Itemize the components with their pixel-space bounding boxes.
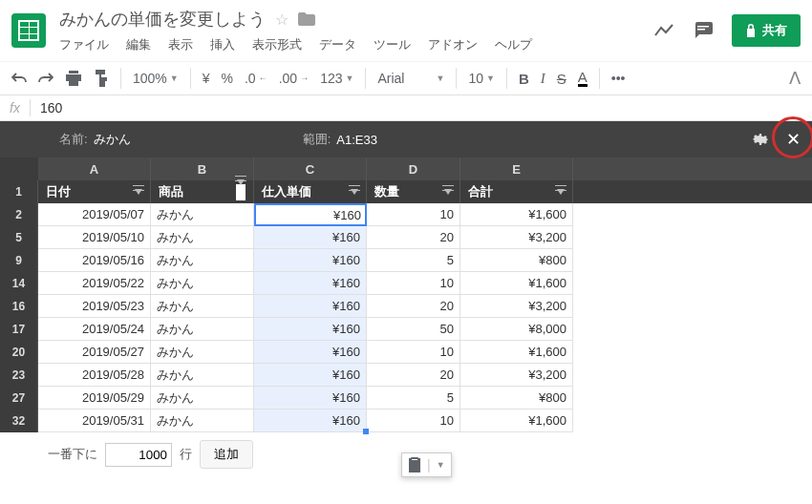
cell-price[interactable]: ¥160	[254, 364, 367, 387]
cell-date[interactable]: 2019/05/16	[38, 249, 151, 272]
menu-addons[interactable]: アドオン	[428, 36, 478, 53]
cell-item[interactable]: みかん	[151, 295, 254, 318]
row-header[interactable]: 23	[0, 364, 38, 387]
cell-total[interactable]: ¥1,600	[460, 203, 573, 226]
row-header[interactable]: 1	[0, 180, 38, 203]
row-header[interactable]: 14	[0, 272, 38, 295]
comments-icon[interactable]	[694, 22, 713, 39]
cell-item[interactable]: みかん	[151, 364, 254, 387]
filter-range[interactable]: A1:E33	[336, 133, 377, 147]
cell-date[interactable]: 2019/05/29	[38, 387, 151, 410]
doc-title[interactable]: みかんの単価を変更しよう	[59, 8, 266, 31]
header-0[interactable]: 日付	[38, 180, 151, 203]
cell-price[interactable]: ¥160	[254, 295, 367, 318]
cell-price[interactable]: ¥160	[254, 203, 367, 226]
menu-view[interactable]: 表示	[168, 36, 193, 53]
add-rows-input[interactable]	[105, 443, 172, 467]
cell-total[interactable]: ¥3,200	[460, 226, 573, 249]
header-3[interactable]: 数量	[367, 180, 460, 203]
dec-decrease[interactable]: .0←	[245, 71, 267, 86]
header-2[interactable]: 仕入単価	[254, 180, 367, 203]
row-header[interactable]: 5	[0, 226, 38, 249]
row-header[interactable]: 32	[0, 410, 38, 432]
font-select[interactable]: Arial ▼	[377, 71, 444, 86]
cell-qty[interactable]: 20	[367, 295, 460, 318]
row-header[interactable]: 16	[0, 295, 38, 318]
menu-insert[interactable]: 挿入	[210, 36, 235, 53]
cell-date[interactable]: 2019/05/10	[38, 226, 151, 249]
menu-help[interactable]: ヘルプ	[495, 36, 532, 53]
cell-qty[interactable]: 5	[367, 387, 460, 410]
col-header-C[interactable]: C	[254, 158, 367, 180]
gear-icon[interactable]	[752, 131, 769, 148]
menu-tools[interactable]: ツール	[374, 36, 411, 53]
dec-increase[interactable]: .00→	[279, 71, 309, 86]
menu-data[interactable]: データ	[319, 36, 356, 53]
italic-button[interactable]: I	[541, 71, 545, 87]
row-header[interactable]: 20	[0, 341, 38, 364]
currency-icon[interactable]: ¥	[203, 71, 210, 86]
col-header-D[interactable]: D	[367, 158, 460, 180]
header-4[interactable]: 合計	[460, 180, 573, 203]
chevron-down-icon[interactable]: ▼	[437, 460, 445, 470]
menu-edit[interactable]: 編集	[126, 36, 151, 53]
print-icon[interactable]	[65, 71, 82, 86]
cell-qty[interactable]: 20	[367, 364, 460, 387]
cell-date[interactable]: 2019/05/27	[38, 341, 151, 364]
formula-input[interactable]: 160	[40, 100, 62, 116]
cell-item[interactable]: みかん	[151, 410, 254, 432]
cell-date[interactable]: 2019/05/07	[38, 203, 151, 226]
row-header[interactable]: 17	[0, 318, 38, 341]
menu-format[interactable]: 表示形式	[252, 36, 302, 53]
cell-price[interactable]: ¥160	[254, 249, 367, 272]
cell-price[interactable]: ¥160	[254, 272, 367, 295]
folder-icon[interactable]	[298, 12, 315, 26]
cell-date[interactable]: 2019/05/31	[38, 410, 151, 432]
paste-options[interactable]: | ▼	[401, 452, 452, 477]
cell-price[interactable]: ¥160	[254, 226, 367, 249]
cell-total[interactable]: ¥1,600	[460, 410, 573, 432]
cell-total[interactable]: ¥8,000	[460, 318, 573, 341]
redo-icon[interactable]	[38, 72, 53, 85]
cell-item[interactable]: みかん	[151, 226, 254, 249]
cell-item[interactable]: みかん	[151, 203, 254, 226]
paint-format-icon[interactable]	[94, 70, 109, 87]
cell-total[interactable]: ¥800	[460, 387, 573, 410]
cell-item[interactable]: みかん	[151, 387, 254, 410]
strikethrough-button[interactable]: S	[557, 71, 566, 87]
zoom-select[interactable]: 100% ▼	[133, 71, 179, 86]
bold-button[interactable]: B	[519, 71, 529, 87]
explore-icon[interactable]	[653, 24, 674, 37]
cell-total[interactable]: ¥3,200	[460, 364, 573, 387]
cell-date[interactable]: 2019/05/24	[38, 318, 151, 341]
cell-item[interactable]: みかん	[151, 249, 254, 272]
cell-price[interactable]: ¥160	[254, 318, 367, 341]
corner-cell[interactable]	[0, 158, 38, 180]
row-header[interactable]: 27	[0, 387, 38, 410]
share-button[interactable]: 共有	[732, 14, 801, 47]
text-color-button[interactable]: A	[578, 71, 588, 87]
cell-total[interactable]: ¥1,600	[460, 341, 573, 364]
cell-qty[interactable]: 10	[367, 203, 460, 226]
cell-qty[interactable]: 10	[367, 410, 460, 432]
number-format[interactable]: 123 ▼	[320, 71, 353, 86]
cell-qty[interactable]: 20	[367, 226, 460, 249]
cell-total[interactable]: ¥800	[460, 249, 573, 272]
cell-price[interactable]: ¥160	[254, 410, 367, 432]
font-size[interactable]: 10 ▼	[468, 71, 495, 86]
cell-total[interactable]: ¥3,200	[460, 295, 573, 318]
cell-date[interactable]: 2019/05/28	[38, 364, 151, 387]
cell-item[interactable]: みかん	[151, 341, 254, 364]
header-1[interactable]: 商品	[151, 180, 254, 203]
cell-date[interactable]: 2019/05/22	[38, 272, 151, 295]
cell-qty[interactable]: 50	[367, 318, 460, 341]
star-icon[interactable]: ☆	[275, 10, 288, 29]
filter-name[interactable]: みかん	[94, 131, 131, 148]
menu-file[interactable]: ファイル	[59, 36, 109, 53]
col-header-E[interactable]: E	[460, 158, 573, 180]
cell-qty[interactable]: 10	[367, 341, 460, 364]
cell-item[interactable]: みかん	[151, 318, 254, 341]
percent-icon[interactable]: %	[222, 71, 233, 86]
row-header[interactable]: 2	[0, 203, 38, 226]
collapse-toolbar-icon[interactable]: ᐱ	[789, 68, 801, 89]
